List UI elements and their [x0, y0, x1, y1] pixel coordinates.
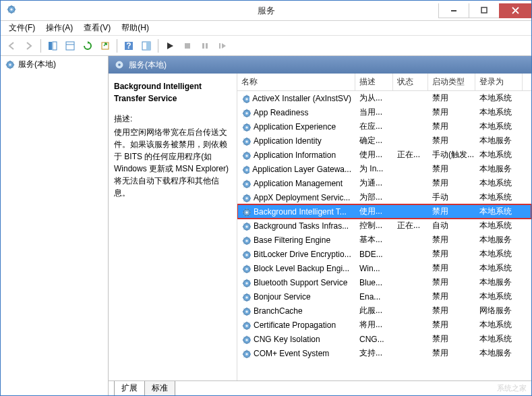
- col-state[interactable]: 状态: [393, 74, 428, 90]
- service-startup: 禁用: [428, 134, 475, 147]
- service-row[interactable]: AppX Deployment Servic...为部...手动本地系统: [237, 190, 531, 204]
- description-text: 使用空闲网络带宽在后台传送文件。如果该服务被禁用，则依赖于 BITS 的任何应用…: [114, 126, 231, 199]
- service-logon: 本地服务: [475, 347, 523, 360]
- tree-panel: 服务(本地): [1, 56, 109, 395]
- service-desc: BDE...: [355, 249, 393, 260]
- service-name: ActiveX Installer (AxInstSV): [252, 94, 351, 103]
- toolbar: ?: [1, 36, 531, 56]
- service-startup: 手动(触发...: [428, 148, 475, 161]
- col-desc[interactable]: 描述: [355, 74, 393, 90]
- menu-file[interactable]: 文件(F): [3, 21, 40, 35]
- service-name: Base Filtering Engine: [254, 235, 330, 245]
- service-row[interactable]: BranchCache此服...禁用网络服务: [237, 304, 531, 318]
- svg-rect-4: [451, 10, 456, 11]
- service-startup: 禁用: [428, 233, 475, 246]
- maximize-button[interactable]: [469, 3, 500, 18]
- service-row[interactable]: COM+ Event System支持...禁用本地服务: [237, 346, 531, 360]
- service-name: Application Layer Gatewa...: [252, 165, 351, 174]
- service-state: 正在...: [393, 219, 428, 232]
- service-row[interactable]: Application Layer Gatewa...为 In...禁用本地服务: [237, 162, 531, 176]
- action-panel-button[interactable]: [138, 38, 154, 54]
- service-state: [393, 112, 428, 113]
- close-button[interactable]: [499, 3, 531, 18]
- service-state: [393, 254, 428, 255]
- service-name: Background Intelligent T...: [254, 207, 347, 217]
- service-desc: 为 In...: [355, 163, 393, 175]
- svg-rect-6: [49, 42, 52, 50]
- service-row[interactable]: Application Information使用...正在...手动(触发..…: [237, 148, 531, 162]
- service-startup: 禁用: [428, 304, 475, 317]
- service-state: [393, 339, 428, 340]
- service-row[interactable]: Base Filtering Engine基本...禁用本地服务: [237, 233, 531, 247]
- svg-rect-16: [202, 43, 204, 49]
- service-row[interactable]: Bluetooth Support ServiceBlue...禁用本地服务: [237, 275, 531, 289]
- service-startup: 禁用: [428, 177, 475, 190]
- service-state: [393, 310, 428, 312]
- service-row[interactable]: App Readiness当用...禁用本地系统: [237, 105, 531, 119]
- col-startup[interactable]: 启动类型: [428, 74, 475, 90]
- col-name[interactable]: 名称: [237, 74, 355, 90]
- detail-pane: Background Intelligent Transfer Service …: [109, 74, 237, 380]
- service-state: [393, 197, 428, 198]
- service-desc: 为从...: [355, 92, 393, 105]
- export-button[interactable]: [97, 38, 113, 54]
- refresh-button[interactable]: [80, 38, 96, 54]
- start-service-button[interactable]: [162, 38, 178, 54]
- service-row[interactable]: Background Tasks Infras...控制...正在...自动本地…: [237, 219, 531, 233]
- service-name: BranchCache: [254, 306, 303, 316]
- service-name: Application Management: [254, 179, 343, 188]
- menu-action[interactable]: 操作(A): [40, 21, 78, 35]
- service-desc: Blue...: [355, 277, 393, 288]
- service-desc: 当用...: [355, 106, 393, 119]
- service-desc: Win...: [355, 263, 393, 274]
- service-logon: 本地系统: [475, 177, 523, 190]
- service-name: Application Experience: [254, 122, 336, 132]
- service-desc: 确定...: [355, 134, 393, 147]
- menu-view[interactable]: 查看(V): [78, 21, 116, 35]
- description-label: 描述:: [114, 113, 231, 125]
- service-desc: CNG...: [355, 334, 393, 345]
- service-row[interactable]: Application Management为通...禁用本地系统: [237, 176, 531, 190]
- service-state: [393, 140, 428, 142]
- service-row[interactable]: BitLocker Drive Encryptio...BDE...禁用本地系统: [237, 247, 531, 261]
- service-startup: 禁用: [428, 290, 475, 303]
- service-name: App Readiness: [254, 108, 308, 117]
- service-state: [393, 353, 428, 354]
- service-logon: 本地系统: [475, 205, 523, 218]
- selected-service-title: Background Intelligent Transfer Service: [114, 80, 231, 105]
- svg-rect-17: [206, 43, 208, 49]
- service-row[interactable]: Certificate Propagation将用...禁用本地系统: [237, 318, 531, 332]
- service-startup: 自动: [428, 219, 475, 232]
- service-logon: 本地系统: [475, 106, 523, 119]
- service-row[interactable]: Application Experience在应...禁用本地系统: [237, 119, 531, 134]
- list-body[interactable]: ActiveX Installer (AxInstSV)为从...禁用本地系统A…: [237, 91, 531, 380]
- service-row[interactable]: Bonjour ServiceEna...禁用本地系统: [237, 289, 531, 304]
- service-startup: 禁用: [428, 248, 475, 260]
- tree-root-services[interactable]: 服务(本地): [2, 57, 107, 72]
- service-name: COM+ Event System: [254, 349, 329, 358]
- tree-root-label: 服务(本地): [18, 59, 56, 70]
- minimize-button[interactable]: [438, 3, 469, 18]
- stop-service-button: [179, 38, 196, 54]
- service-name: Block Level Backup Engi...: [254, 264, 349, 273]
- service-row[interactable]: CNG Key IsolationCNG...禁用本地系统: [237, 332, 531, 346]
- service-startup: 禁用: [428, 163, 475, 175]
- forward-button: [21, 38, 37, 54]
- show-hide-tree-button[interactable]: [45, 38, 61, 54]
- col-logon[interactable]: 登录为: [475, 74, 523, 90]
- tab-extended[interactable]: 扩展: [114, 381, 145, 396]
- service-row[interactable]: Block Level Backup Engi...Win...禁用本地系统: [237, 261, 531, 275]
- tab-standard[interactable]: 标准: [144, 381, 175, 396]
- service-logon: 本地系统: [475, 92, 523, 105]
- service-logon: 本地服务: [475, 276, 523, 289]
- service-row[interactable]: Background Intelligent T...使用...禁用本地系统: [237, 204, 531, 219]
- service-startup: 禁用: [428, 106, 475, 119]
- help-button[interactable]: ?: [121, 38, 137, 54]
- properties-button[interactable]: [62, 38, 78, 54]
- service-row[interactable]: ActiveX Installer (AxInstSV)为从...禁用本地系统: [237, 91, 531, 105]
- service-row[interactable]: Application Identity确定...禁用本地服务: [237, 134, 531, 148]
- restart-service-button: [214, 38, 231, 54]
- menu-help[interactable]: 帮助(H): [116, 21, 154, 35]
- service-startup: 禁用: [428, 120, 475, 133]
- service-logon: 网络服务: [475, 304, 523, 317]
